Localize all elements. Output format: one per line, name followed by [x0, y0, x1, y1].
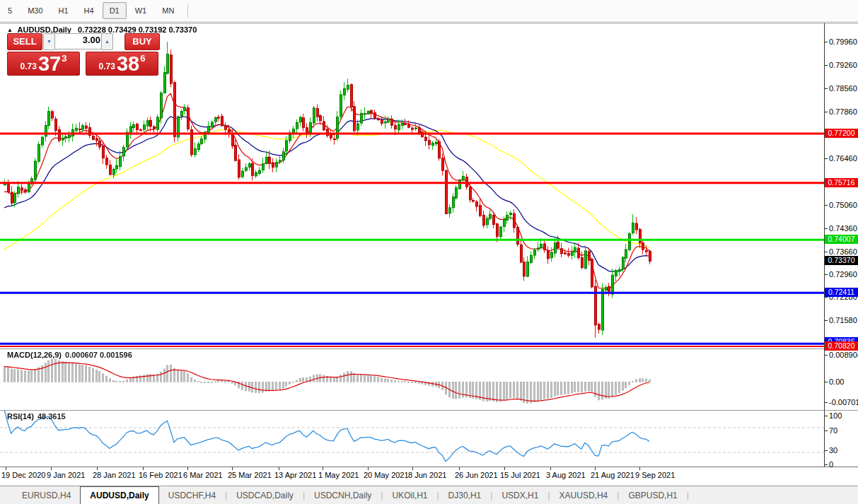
tab-usdx-h1[interactable]: USDX,H1 — [492, 486, 547, 504]
date-tick-mark — [368, 467, 369, 470]
axis-price-label: 0.73660 — [829, 247, 857, 256]
tab-eurusd-h4[interactable]: EURUSD,H4 — [13, 486, 80, 504]
rsi-label: RSI(14)48.3615 — [7, 412, 66, 421]
axis-price-label: 0.00 — [829, 377, 844, 386]
date-tick-mark — [187, 467, 188, 470]
axis-tick-mark — [825, 430, 828, 431]
up-arrow-icon: ▲ — [105, 39, 110, 44]
tab-ukoil-h1[interactable]: UKOil,H1 — [383, 486, 436, 504]
rsi-indicator-canvas[interactable] — [0, 411, 824, 467]
axis-tick-mark — [825, 112, 828, 112]
axis-price-label: 30 — [829, 446, 837, 455]
collapse-triangle-icon[interactable]: ▲ — [7, 27, 13, 33]
date-tick-mark — [550, 467, 551, 470]
axis-price-label: 0.76460 — [829, 154, 857, 163]
date-label: 13 Apr 2021 — [274, 471, 316, 479]
volume-decrease-button[interactable]: ▼ — [43, 33, 55, 50]
axis-tick-mark — [825, 158, 828, 159]
axis-price-label: -0.007013 — [829, 398, 858, 406]
volume-increase-button[interactable]: ▲ — [101, 33, 113, 50]
buy-button[interactable]: BUY — [124, 33, 160, 50]
axis-price-label: 0.75060 — [829, 201, 857, 209]
price-level-badge: 0.73370 — [825, 256, 858, 265]
buy-price[interactable]: 0.73 38 6 — [86, 52, 158, 76]
date-axis[interactable]: 19 Dec 20209 Jan 202128 Jan 202116 Feb 2… — [0, 467, 858, 486]
date-tick-mark — [6, 467, 6, 470]
date-tick-mark — [504, 467, 505, 470]
axis-price-label: 0.72960 — [829, 270, 857, 279]
axis-tick-mark — [825, 450, 828, 451]
axis-price-label: 0.71580 — [829, 316, 857, 324]
tab-xauusd-h4[interactable]: XAUUSD,H4 — [550, 486, 618, 504]
date-label: 25 Mar 2021 — [228, 471, 272, 479]
axis-price-label: 0.78560 — [829, 84, 857, 93]
axis-tick-mark — [825, 42, 828, 42]
timeframe-button-5[interactable]: 5 — [1, 2, 19, 19]
date-tick-mark — [412, 467, 413, 470]
down-arrow-icon: ▼ — [47, 39, 52, 44]
date-tick-mark — [459, 467, 460, 470]
date-label: 15 Jul 2021 — [500, 471, 540, 479]
one-click-trading-panel: SELL ▼ 3.00 ▲ BUY 0.73 37 3 0.73 38 6 — [7, 33, 158, 77]
axis-tick-mark — [825, 320, 828, 321]
sell-price-pip: 3 — [62, 53, 66, 64]
tab-usdcad-daily[interactable]: USDCAD,Daily — [227, 486, 303, 504]
tab-usdcnh-daily[interactable]: USDCNH,Daily — [305, 486, 381, 504]
date-tick-mark — [323, 467, 323, 470]
axis-tick-mark — [825, 252, 828, 252]
axis-tick-mark — [825, 464, 828, 465]
axis-price-label: 0.008904 — [829, 351, 858, 359]
axis-tick-mark — [825, 382, 828, 382]
axis-tick-mark — [825, 355, 828, 356]
axis-price-label: 0.77860 — [829, 107, 857, 116]
chart-tab-bar: EURUSD,H4AUDUSD,DailyUSDCHF,H4|USDCAD,Da… — [0, 486, 858, 504]
timeframe-button-h4[interactable]: H4 — [77, 2, 101, 19]
date-label: 28 Jan 2021 — [93, 471, 136, 479]
buy-price-prefix: 0.73 — [99, 61, 115, 71]
tab-gbpusd-h1[interactable]: GBPUSD,H1 — [619, 486, 686, 504]
axis-price-label: 0.74360 — [829, 224, 857, 233]
date-label: 20 May 2021 — [364, 471, 409, 479]
axis-tick-mark — [825, 402, 828, 403]
macd-label: MACD(12,26,9)0.000607 0.001596 — [7, 351, 132, 359]
tab-dj30-h1[interactable]: DJ30,H1 — [439, 486, 491, 504]
price-level-badge: 0.70820 — [825, 341, 858, 351]
sell-price-prefix: 0.73 — [21, 61, 37, 71]
timeframe-button-m30[interactable]: M30 — [21, 2, 50, 19]
axis-price-label: 0.79960 — [829, 37, 857, 46]
date-label: 19 Dec 2020 — [1, 471, 45, 479]
date-tick-mark — [143, 467, 144, 470]
axis-tick-mark — [825, 416, 828, 416]
timeframe-buttons: 5M30H1H4D1W1MN — [0, 2, 182, 19]
price-level-badge: 0.75716 — [825, 178, 858, 187]
date-tick-mark — [97, 467, 98, 470]
tab-usdchf-h4[interactable]: USDCHF,H4 — [159, 486, 225, 504]
axis-tick-mark — [825, 297, 828, 298]
price-axis-line — [824, 23, 825, 467]
date-tick-mark — [51, 467, 52, 470]
date-label: 16 Feb 2021 — [139, 471, 182, 479]
sell-price-big: 37 — [38, 54, 61, 74]
date-label: 1 May 2021 — [318, 471, 359, 479]
price-level-badge: 0.72411 — [825, 288, 858, 297]
axis-tick-mark — [825, 205, 828, 206]
tab-audusd-daily[interactable]: AUDUSD,Daily — [80, 486, 158, 504]
timeframe-button-mn[interactable]: MN — [155, 2, 181, 19]
axis-price-label: 100 — [829, 411, 842, 420]
timeframe-button-w1[interactable]: W1 — [128, 2, 154, 19]
date-tick-mark — [232, 467, 233, 470]
rsi-value: 48.3615 — [37, 412, 66, 421]
sell-button[interactable]: SELL — [7, 33, 42, 50]
price-level-badge: 0.77200 — [825, 129, 858, 138]
axis-tick-mark — [825, 65, 828, 66]
axis-tick-mark — [825, 228, 828, 229]
buy-price-big: 38 — [117, 54, 139, 74]
toolbar-separator — [187, 4, 188, 18]
timeframe-button-h1[interactable]: H1 — [52, 2, 76, 19]
date-label: 3 Aug 2021 — [546, 471, 586, 479]
sell-price[interactable]: 0.73 37 3 — [7, 52, 80, 76]
volume-input[interactable]: 3.00 — [54, 33, 105, 49]
axis-price-label: 0.79260 — [829, 61, 857, 69]
date-tick-mark — [639, 467, 640, 470]
timeframe-button-d1[interactable]: D1 — [103, 2, 127, 19]
